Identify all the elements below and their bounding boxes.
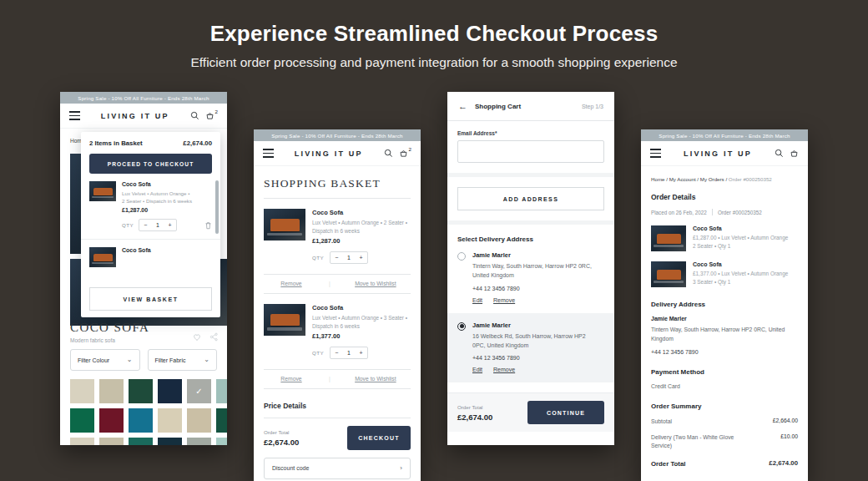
product-name: Coco Sofa xyxy=(693,225,788,231)
color-swatch[interactable] xyxy=(158,438,182,445)
view-basket-button[interactable]: VIEW BASKET xyxy=(89,287,212,311)
brand-logo[interactable]: LIVING IT UP xyxy=(668,149,768,158)
color-swatch[interactable] xyxy=(99,408,124,433)
move-to-wishlist-link[interactable]: Move to Wishlist xyxy=(355,376,396,382)
remove-link[interactable]: Remove xyxy=(280,281,301,286)
move-to-wishlist-link[interactable]: Move to Wishlist xyxy=(355,281,396,286)
hamburger-menu-icon[interactable] xyxy=(650,149,661,157)
address-phone: +44 12 3456 7890 xyxy=(472,355,596,361)
hamburger-menu-icon[interactable] xyxy=(69,111,80,119)
order-total-value: £2,674.00 xyxy=(264,438,299,447)
back-arrow-icon[interactable]: ← xyxy=(458,101,467,111)
radio-unselected[interactable] xyxy=(457,252,466,261)
email-field[interactable] xyxy=(457,140,604,163)
color-swatch[interactable] xyxy=(187,438,211,445)
product-price: £1,377.00 xyxy=(312,332,407,340)
color-swatch[interactable]: ✓ xyxy=(187,379,211,403)
address-option-selected[interactable]: Jamie Marler 16 Welbeck Rd, South Harrow… xyxy=(447,313,614,383)
basket-dropdown: 2 Items in Basket £2,674.00 PROCEED TO C… xyxy=(81,132,220,317)
product-name: Coco Sofa xyxy=(312,304,407,311)
qty-increase-button[interactable]: + xyxy=(168,222,171,228)
qty-decrease-button[interactable]: − xyxy=(144,222,147,228)
qty-value: 1 xyxy=(347,255,351,261)
order-item: Coco Sofa £1,287.00 • Lux Velvet • Autum… xyxy=(651,225,798,251)
edit-link[interactable]: Edit xyxy=(472,297,482,303)
scrollbar[interactable] xyxy=(215,180,219,234)
summary-total-row: Order Total£2,674.00 xyxy=(651,459,798,469)
section-divider xyxy=(447,173,614,177)
color-swatch[interactable] xyxy=(187,408,211,433)
qty-increase-button[interactable]: + xyxy=(359,350,362,356)
page-heading: SHOPPING BASKET xyxy=(264,177,411,190)
filter-colour-select[interactable]: Filter Colour⌄ xyxy=(70,349,140,371)
brand-logo[interactable]: LIVING IT UP xyxy=(280,149,377,158)
quantity-stepper[interactable]: − 1 + xyxy=(330,347,368,359)
search-icon[interactable] xyxy=(384,149,393,158)
chevron-down-icon: ⌄ xyxy=(127,357,133,363)
color-swatch[interactable] xyxy=(216,379,227,403)
edit-link[interactable]: Edit xyxy=(472,367,482,372)
email-label: Email Address* xyxy=(457,130,604,136)
section-divider xyxy=(447,220,614,225)
color-swatch[interactable] xyxy=(70,408,94,433)
continue-button[interactable]: CONTINUE xyxy=(527,401,604,424)
color-swatch[interactable] xyxy=(99,438,124,445)
proceed-to-checkout-button[interactable]: PROCEED TO CHECKOUT xyxy=(89,154,212,174)
payment-method-heading: Payment Method xyxy=(651,368,798,376)
address-text: 16 Welbeck Rd, South Harrow, Harrow HP2 … xyxy=(472,332,596,351)
trash-icon[interactable] xyxy=(204,221,212,230)
color-swatch[interactable] xyxy=(70,438,94,445)
qty-increase-button[interactable]: + xyxy=(359,255,362,261)
order-total-value: £2,674.00 xyxy=(457,413,492,422)
remove-link[interactable]: Remove xyxy=(493,367,515,372)
color-swatch[interactable] xyxy=(129,379,153,403)
summary-row: Delivery (Two Man - White Glove Service)… xyxy=(651,433,798,450)
color-swatch[interactable] xyxy=(158,379,182,403)
step-indicator: Step 1/3 xyxy=(582,104,603,109)
qty-label: QTY xyxy=(312,255,324,261)
basket-icon[interactable] xyxy=(790,149,799,158)
phone-screen-basket: Spring Sale - 10% Off All Furniture - En… xyxy=(254,129,421,481)
qty-decrease-button[interactable]: − xyxy=(335,255,338,261)
remove-link[interactable]: Remove xyxy=(280,376,301,382)
basket-icon[interactable]: 2 xyxy=(399,149,411,158)
wishlist-heart-icon[interactable] xyxy=(192,332,202,342)
cart-item: Coco Sofa Lux Velvet • Autumn Orange • 2… xyxy=(264,209,411,245)
address-text: Tintern Way, South Harrow, Harrow HP2 0R… xyxy=(472,262,596,281)
brand-logo[interactable]: LIVING IT UP xyxy=(87,112,184,120)
product-price: £1,287.00 xyxy=(122,207,192,213)
address-phone: +44 12 3456 7890 xyxy=(472,286,596,291)
color-swatch[interactable] xyxy=(216,438,227,445)
color-swatch[interactable] xyxy=(70,379,94,403)
product-price: £1,287.00 xyxy=(312,237,407,245)
color-swatch[interactable] xyxy=(99,379,124,403)
delivery-address-heading: Delivery Address xyxy=(651,301,798,308)
breadcrumb-current: Order #000250352 xyxy=(729,176,772,182)
search-icon[interactable] xyxy=(190,111,199,120)
basket-icon[interactable]: 2 xyxy=(205,111,218,120)
discount-code-row[interactable]: Discount code › xyxy=(264,458,411,479)
basket-count: 2 xyxy=(215,109,218,118)
search-icon[interactable] xyxy=(775,149,784,158)
divider xyxy=(264,418,411,418)
divider xyxy=(264,198,411,199)
quantity-stepper[interactable]: − 1 + xyxy=(330,251,368,264)
app-header: LIVING IT UP xyxy=(641,141,808,166)
quantity-stepper[interactable]: − 1 + xyxy=(139,219,177,231)
share-icon[interactable] xyxy=(209,332,219,342)
checkout-button[interactable]: CHECKOUT xyxy=(347,426,411,450)
color-swatch[interactable] xyxy=(129,438,153,445)
address-option[interactable]: Jamie Marler Tintern Way, South Harrow, … xyxy=(447,243,614,305)
qty-decrease-button[interactable]: − xyxy=(335,350,338,356)
color-swatch[interactable] xyxy=(216,408,227,433)
radio-selected[interactable] xyxy=(457,322,466,331)
address-name: Jamie Marler xyxy=(472,322,596,329)
hamburger-menu-icon[interactable] xyxy=(263,149,274,157)
color-swatch[interactable] xyxy=(129,408,153,433)
color-swatch[interactable] xyxy=(158,408,182,433)
add-address-button[interactable]: ADD ADDRESS xyxy=(457,187,604,210)
breadcrumb[interactable]: Home / My Account / My Orders / Order #0… xyxy=(651,176,798,182)
filter-fabric-select[interactable]: Filter Fabric⌄ xyxy=(148,349,218,371)
product-name: Coco Sofa xyxy=(122,181,192,187)
remove-link[interactable]: Remove xyxy=(493,297,515,303)
